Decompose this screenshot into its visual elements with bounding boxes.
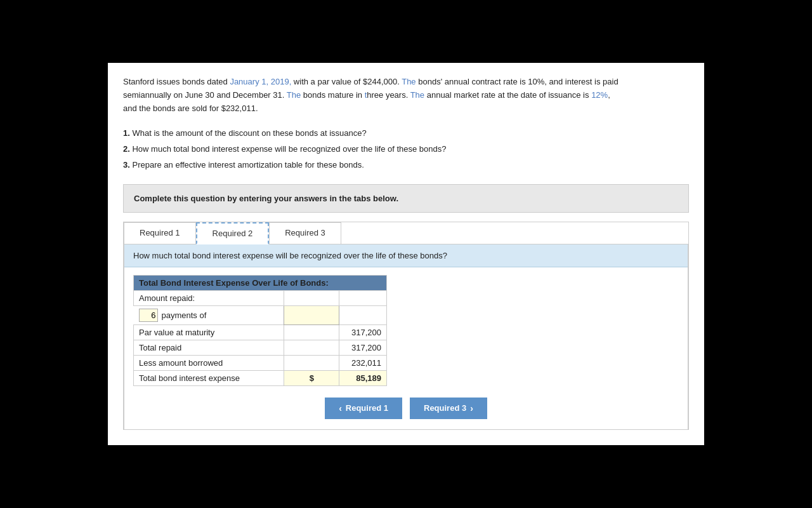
total-interest-value: 85,189 — [339, 370, 387, 385]
tab-required-3[interactable]: Required 3 — [269, 222, 341, 244]
payments-value-input[interactable] — [289, 311, 334, 320]
total-interest-row: Total bond interest expense $ 85,189 — [134, 370, 387, 385]
page-container: Stanford issues bonds dated January 1, 2… — [108, 63, 704, 445]
tabs-row: Required 1 Required 2 Required 3 — [124, 222, 688, 244]
next-label: Required 3 — [424, 403, 466, 413]
questions-section: 1. What is the amount of the discount on… — [123, 126, 689, 173]
prev-arrow: ‹ — [339, 403, 342, 413]
tab-required-1[interactable]: Required 1 — [124, 222, 196, 244]
less-borrowed-row: Less amount borrowed 232,011 — [134, 355, 387, 370]
total-repaid-label: Total repaid — [134, 340, 284, 355]
par-value-label: Par value at maturity — [134, 324, 284, 340]
bond-table: Total Bond Interest Expense Over Life of… — [133, 275, 387, 386]
payments-of-label: payments of — [162, 311, 207, 320]
question-3: 3. Prepare an effective interest amortiz… — [123, 157, 689, 172]
question-2: 2. How much total bond interest expense … — [123, 142, 689, 156]
instruction-text: Complete this question by entering your … — [134, 194, 398, 203]
total-interest-label: Total bond interest expense — [134, 370, 284, 385]
next-arrow: › — [470, 403, 473, 413]
prev-label: Required 1 — [346, 403, 388, 413]
instruction-box: Complete this question by entering your … — [123, 184, 689, 213]
intro-text: Stanford issues bonds dated January 1, 2… — [123, 76, 689, 115]
intro-line3: and the bonds are sold for $232,011. — [123, 104, 258, 113]
question-1: 1. What is the amount of the discount on… — [123, 126, 689, 140]
payments-count-input[interactable] — [139, 309, 158, 322]
question-bar: How much total bond interest expense wil… — [124, 244, 688, 267]
intro-line2: semiannually on June 30 and December 31.… — [123, 90, 610, 100]
less-borrowed-value: 232,011 — [339, 355, 387, 370]
tabs-container: Required 1 Required 2 Required 3 How muc… — [123, 222, 689, 430]
table-header-row: Total Bond Interest Expense Over Life of… — [134, 275, 387, 290]
dollar-sign: $ — [284, 370, 339, 385]
table-header: Total Bond Interest Expense Over Life of… — [134, 275, 387, 290]
nav-buttons: ‹ Required 1 Required 3 › — [133, 398, 679, 419]
par-value-row: Par value at maturity 317,200 — [134, 324, 387, 340]
tab-required-2[interactable]: Required 2 — [196, 222, 270, 244]
amount-repaid-row: Amount repaid: — [134, 290, 387, 305]
payments-row: payments of — [134, 305, 387, 324]
tab-content: How much total bond interest expense wil… — [124, 244, 688, 430]
par-value: 317,200 — [339, 324, 387, 340]
next-button[interactable]: Required 3 › — [410, 398, 487, 419]
intro-line1: Stanford issues bonds dated January 1, 2… — [123, 77, 619, 86]
table-section: Total Bond Interest Expense Over Life of… — [124, 267, 688, 429]
prev-button[interactable]: ‹ Required 1 — [325, 398, 402, 419]
total-repaid-value: 317,200 — [339, 340, 387, 355]
amount-repaid-label: Amount repaid: — [134, 290, 284, 305]
total-repaid-row: Total repaid 317,200 — [134, 340, 387, 355]
less-borrowed-label: Less amount borrowed — [134, 355, 284, 370]
payments-value-cell[interactable] — [284, 305, 339, 324]
